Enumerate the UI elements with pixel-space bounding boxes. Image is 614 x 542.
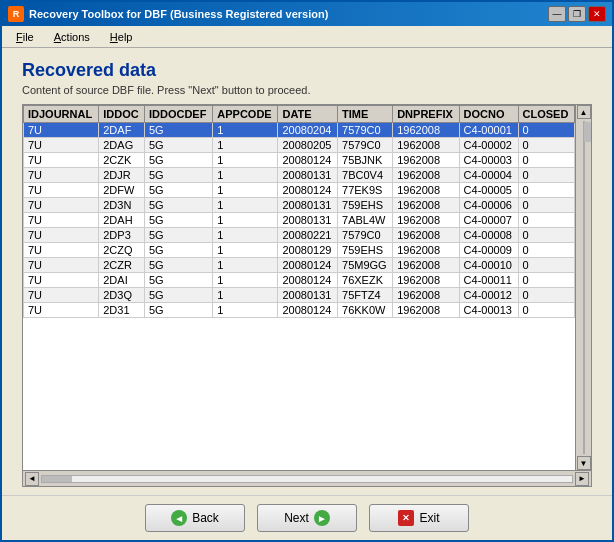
cell-iddocdef: 5G	[144, 198, 212, 213]
page-title: Recovered data	[22, 60, 592, 81]
cell-date: 20080124	[278, 273, 338, 288]
table-row[interactable]: 7U2DAG5G1200802057579C01962008C4-000020	[24, 138, 575, 153]
col-header-idjournal: IDJOURNAL	[24, 106, 99, 123]
scroll-down-arrow[interactable]: ▼	[577, 456, 591, 470]
window-title: Recovery Toolbox for DBF (Business Regis…	[29, 8, 328, 20]
cell-iddoc: 2CZK	[99, 153, 145, 168]
cell-appcode: 1	[213, 228, 278, 243]
scroll-up-arrow[interactable]: ▲	[577, 105, 591, 119]
cell-appcode: 1	[213, 288, 278, 303]
cell-iddoc: 2DFW	[99, 183, 145, 198]
back-button[interactable]: ◄ Back	[145, 504, 245, 532]
table-body: 7U2DAF5G1200802047579C01962008C4-0000107…	[24, 123, 575, 318]
cell-closed: 0	[518, 273, 574, 288]
cell-iddocdef: 5G	[144, 123, 212, 138]
app-icon: R	[8, 6, 24, 22]
next-label: Next	[284, 511, 309, 525]
scroll-left-arrow[interactable]: ◄	[25, 472, 39, 486]
cell-appcode: 1	[213, 273, 278, 288]
exit-label: Exit	[419, 511, 439, 525]
table-row[interactable]: 7U2DAI5G12008012476XEZK1962008C4-000110	[24, 273, 575, 288]
menu-bar: File Actions Help	[2, 26, 612, 48]
cell-iddoc: 2DAI	[99, 273, 145, 288]
cell-date: 20080204	[278, 123, 338, 138]
table-row[interactable]: 7U2CZQ5G120080129759EHS1962008C4-000090	[24, 243, 575, 258]
cell-appcode: 1	[213, 153, 278, 168]
cell-time: 7BC0V4	[338, 168, 393, 183]
cell-appcode: 1	[213, 183, 278, 198]
cell-dnprefix: 1962008	[393, 153, 459, 168]
cell-idjournal: 7U	[24, 123, 99, 138]
scroll-right-arrow[interactable]: ►	[575, 472, 589, 486]
cell-idjournal: 7U	[24, 273, 99, 288]
cell-date: 20080131	[278, 168, 338, 183]
content-area: Recovered data Content of source DBF fil…	[2, 48, 612, 495]
vertical-scrollbar[interactable]: ▲ ▼	[575, 105, 591, 470]
cell-time: 75BJNK	[338, 153, 393, 168]
table-row[interactable]: 7U2DAH5G1200801317ABL4W1962008C4-000070	[24, 213, 575, 228]
cell-iddoc: 2CZQ	[99, 243, 145, 258]
cell-iddocdef: 5G	[144, 273, 212, 288]
menu-help[interactable]: Help	[104, 29, 139, 45]
table-row[interactable]: 7U2DAF5G1200802047579C01962008C4-000010	[24, 123, 575, 138]
h-scroll-track[interactable]	[41, 475, 573, 483]
cell-dnprefix: 1962008	[393, 258, 459, 273]
cell-iddoc: 2D31	[99, 303, 145, 318]
cell-appcode: 1	[213, 138, 278, 153]
cell-docno: C4-00007	[459, 213, 518, 228]
cell-iddoc: 2DAH	[99, 213, 145, 228]
cell-idjournal: 7U	[24, 258, 99, 273]
cell-closed: 0	[518, 183, 574, 198]
table-scroll[interactable]: IDJOURNALIDDOCIDDOCDEFAPPCODEDATETIMEDNP…	[23, 105, 575, 470]
data-table-container: IDJOURNALIDDOCIDDOCDEFAPPCODEDATETIMEDNP…	[22, 104, 592, 487]
minimize-button[interactable]: —	[548, 6, 566, 22]
table-row[interactable]: 7U2DFW5G12008012477EK9S1962008C4-000050	[24, 183, 575, 198]
col-header-date: DATE	[278, 106, 338, 123]
cell-closed: 0	[518, 153, 574, 168]
restore-button[interactable]: ❐	[568, 6, 586, 22]
cell-iddocdef: 5G	[144, 303, 212, 318]
cell-iddocdef: 5G	[144, 228, 212, 243]
table-row[interactable]: 7U2D3N5G120080131759EHS1962008C4-000060	[24, 198, 575, 213]
col-header-docno: DOCNO	[459, 106, 518, 123]
cell-iddocdef: 5G	[144, 288, 212, 303]
cell-iddocdef: 5G	[144, 258, 212, 273]
exit-button[interactable]: ✕ Exit	[369, 504, 469, 532]
col-header-dnprefix: DNPREFIX	[393, 106, 459, 123]
cell-iddocdef: 5G	[144, 183, 212, 198]
cell-iddocdef: 5G	[144, 153, 212, 168]
cell-time: 759EHS	[338, 198, 393, 213]
table-row[interactable]: 7U2DJR5G1200801317BC0V41962008C4-000040	[24, 168, 575, 183]
cell-dnprefix: 1962008	[393, 273, 459, 288]
cell-date: 20080131	[278, 288, 338, 303]
cell-closed: 0	[518, 123, 574, 138]
cell-iddoc: 2CZR	[99, 258, 145, 273]
menu-actions[interactable]: Actions	[48, 29, 96, 45]
cell-iddoc: 2D3Q	[99, 288, 145, 303]
exit-icon: ✕	[398, 510, 414, 526]
cell-date: 20080124	[278, 303, 338, 318]
table-row[interactable]: 7U2CZK5G12008012475BJNK1962008C4-000030	[24, 153, 575, 168]
cell-time: 7579C0	[338, 228, 393, 243]
cell-appcode: 1	[213, 123, 278, 138]
cell-closed: 0	[518, 198, 574, 213]
data-table: IDJOURNALIDDOCIDDOCDEFAPPCODEDATETIMEDNP…	[23, 105, 575, 318]
cell-docno: C4-00013	[459, 303, 518, 318]
cell-docno: C4-00002	[459, 138, 518, 153]
cell-appcode: 1	[213, 168, 278, 183]
table-row[interactable]: 7U2CZR5G12008012475M9GG1962008C4-000100	[24, 258, 575, 273]
cell-time: 77EK9S	[338, 183, 393, 198]
horizontal-scrollbar[interactable]: ◄ ►	[23, 470, 591, 486]
table-row[interactable]: 7U2D3Q5G12008013175FTZ41962008C4-000120	[24, 288, 575, 303]
table-row[interactable]: 7U2DP35G1200802217579C01962008C4-000080	[24, 228, 575, 243]
menu-file[interactable]: File	[10, 29, 40, 45]
cell-idjournal: 7U	[24, 243, 99, 258]
next-button[interactable]: Next ►	[257, 504, 357, 532]
cell-docno: C4-00003	[459, 153, 518, 168]
cell-iddoc: 2DJR	[99, 168, 145, 183]
close-button[interactable]: ✕	[588, 6, 606, 22]
table-row[interactable]: 7U2D315G12008012476KK0W1962008C4-000130	[24, 303, 575, 318]
cell-dnprefix: 1962008	[393, 213, 459, 228]
cell-time: 7579C0	[338, 138, 393, 153]
cell-iddocdef: 5G	[144, 168, 212, 183]
